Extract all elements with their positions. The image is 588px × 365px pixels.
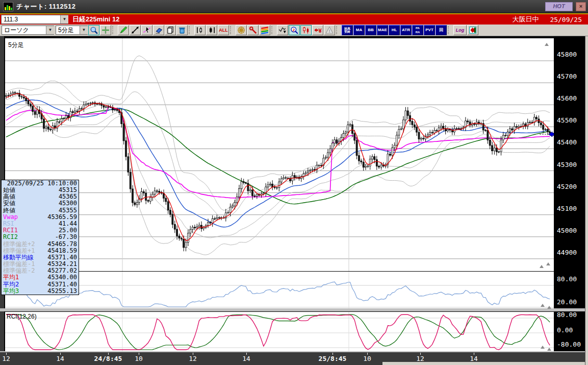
hot-button[interactable]: HOT bbox=[545, 2, 573, 11]
zoom-icon[interactable] bbox=[88, 25, 99, 35]
chart-type-combo[interactable]: ローソク ▼ bbox=[2, 26, 54, 35]
horizontal-scrollbar[interactable] bbox=[0, 362, 585, 365]
time-axis-label: 25/8:45 bbox=[319, 355, 347, 362]
data-window: 2025/09/25 10:10:00 始値45315高値45365安値4530… bbox=[1, 180, 79, 295]
show-all-button[interactable]: ALL bbox=[218, 25, 229, 35]
rainbow-icon[interactable] bbox=[259, 25, 270, 35]
rsi-line bbox=[6, 281, 550, 307]
price-axis-label: 45400 bbox=[557, 138, 577, 146]
time-axis-label: 12 bbox=[189, 355, 197, 362]
atr-button[interactable]: ATR bbox=[400, 25, 412, 35]
data-window-row: Vwap45365.59 bbox=[2, 214, 79, 221]
session-name: 大阪日中 bbox=[512, 15, 539, 24]
svg-text:2: 2 bbox=[293, 28, 295, 32]
toolbar: ローソク ▼ 5分足 ▼ ALL2¥!始高安終MABBMAEHLATRPARAP… bbox=[0, 25, 588, 36]
rci1-line bbox=[6, 314, 550, 350]
panel-resize-icon[interactable] bbox=[541, 304, 545, 307]
price-axis-label: 45000 bbox=[557, 227, 577, 234]
data-window-row: 標準偏差+145418.59 bbox=[2, 248, 79, 254]
price-axis-label: 45800 bbox=[557, 51, 577, 58]
para-button[interactable]: PARA bbox=[412, 25, 423, 35]
frame-button[interactable]: 回 bbox=[436, 25, 447, 35]
toolbar-separator bbox=[230, 26, 234, 34]
data-window-label: 安値 bbox=[3, 200, 59, 207]
chart-window: チャート: 1112512 HOT × 111.3 ▼ 日経225mini 12… bbox=[0, 0, 588, 365]
time-axis-label: 10 bbox=[363, 355, 371, 362]
data-window-row: 平均345255.13 bbox=[2, 288, 79, 295]
instrument-name: 日経225mini 12 bbox=[72, 15, 120, 24]
price-axis-label: 45500 bbox=[557, 116, 577, 124]
chevron-down-icon[interactable]: ▼ bbox=[46, 26, 54, 34]
sma-fast-line bbox=[6, 93, 550, 240]
pvt-button[interactable]: PVT bbox=[424, 25, 435, 35]
data-window-value: 45371.40 bbox=[47, 281, 77, 288]
rci-axis-label: 0.00 bbox=[557, 326, 573, 334]
mae-button[interactable]: MAE bbox=[377, 25, 388, 35]
bb-button[interactable]: BB bbox=[365, 25, 376, 35]
panel-resize-icon[interactable] bbox=[541, 346, 545, 349]
price-combo[interactable]: 111.3 ▼ bbox=[1, 15, 68, 24]
close-icon[interactable]: × bbox=[576, 2, 586, 11]
yen-icon[interactable]: ¥ bbox=[312, 25, 323, 35]
session-date: 25/09/25 bbox=[550, 16, 582, 23]
panel-resize-icon[interactable] bbox=[547, 306, 551, 309]
rci-title: RCI(12,26) bbox=[7, 313, 37, 320]
ma-button[interactable]: MA bbox=[353, 25, 365, 35]
panel-resize-icon[interactable] bbox=[546, 262, 550, 265]
timeframe-combo[interactable]: 5分足 ▼ bbox=[56, 26, 88, 35]
data-window-label: 平均3 bbox=[3, 288, 47, 295]
toolbar-separator bbox=[271, 26, 275, 34]
data-window-value: 45365.59 bbox=[47, 214, 77, 221]
time-axis: 121424/8:4510121425/8:45101214 bbox=[0, 352, 585, 362]
data-window-value: 45300 bbox=[59, 200, 77, 207]
delete-icon[interactable] bbox=[176, 25, 188, 35]
eraser-icon[interactable] bbox=[153, 25, 164, 35]
web-icon[interactable] bbox=[236, 25, 247, 35]
data-window-row: 標準偏差+245465.78 bbox=[2, 241, 79, 248]
rci-axis-label: -80.00 bbox=[557, 340, 581, 348]
rsi-panel[interactable] bbox=[5, 271, 554, 309]
data-window-value: 45340.00 bbox=[47, 274, 77, 281]
toolbar-separator bbox=[189, 26, 193, 34]
hl-button[interactable]: HL bbox=[389, 25, 400, 35]
select-line-icon[interactable] bbox=[141, 25, 152, 35]
panel-resize-icon[interactable] bbox=[545, 43, 549, 46]
app-icon bbox=[3, 2, 13, 11]
data-window-value: 45255.13 bbox=[47, 288, 77, 295]
chevron-down-icon[interactable]: ▼ bbox=[80, 26, 88, 34]
window-title: チャート: 1112512 bbox=[16, 2, 76, 11]
right-frame bbox=[585, 36, 588, 365]
settings-wrench-icon[interactable] bbox=[247, 25, 259, 35]
data-window-label: RCI2 bbox=[3, 234, 55, 240]
price-axis-label: 44900 bbox=[557, 249, 577, 256]
time-axis-label: 14 bbox=[56, 355, 64, 362]
alert-icon[interactable]: ! bbox=[324, 25, 335, 35]
data-window-row: RCI2-67.30 bbox=[2, 234, 79, 240]
ohlc-quad-button[interactable]: 始高安終 bbox=[342, 25, 353, 35]
candle-compare-icon[interactable] bbox=[300, 25, 312, 35]
copy-icon[interactable] bbox=[165, 25, 176, 35]
rci-panel[interactable] bbox=[5, 311, 554, 352]
log-button[interactable]: Log bbox=[453, 25, 467, 35]
chevron-down-icon[interactable]: ▼ bbox=[60, 15, 68, 23]
scrollbar-track[interactable] bbox=[382, 362, 585, 365]
layout-icon[interactable] bbox=[467, 25, 478, 35]
toolbar-separator bbox=[448, 26, 452, 34]
chart-arrow-icon[interactable] bbox=[277, 25, 288, 35]
svg-text:!: ! bbox=[328, 29, 330, 34]
price-axis-label: 45200 bbox=[557, 183, 577, 190]
data-window-row: 平均245371.40 bbox=[2, 281, 79, 288]
panel-resize-icon[interactable] bbox=[547, 348, 551, 351]
toolbar-separator bbox=[112, 26, 116, 34]
pencil-icon[interactable] bbox=[118, 25, 129, 35]
title-bar[interactable]: チャート: 1112512 HOT × bbox=[0, 0, 588, 13]
timeframe-label: 5分足 bbox=[8, 41, 24, 50]
trendline-icon[interactable] bbox=[130, 25, 141, 35]
main-chart-panel[interactable] bbox=[5, 38, 554, 272]
rci-axis-label: 80.00 bbox=[557, 311, 577, 319]
bar-left-icon[interactable] bbox=[194, 25, 206, 35]
bar-right-icon[interactable] bbox=[206, 25, 217, 35]
zoom-period-icon[interactable]: 2 bbox=[289, 25, 300, 35]
crosshair-icon[interactable] bbox=[100, 25, 111, 35]
panel-resize-icon[interactable] bbox=[540, 265, 544, 268]
